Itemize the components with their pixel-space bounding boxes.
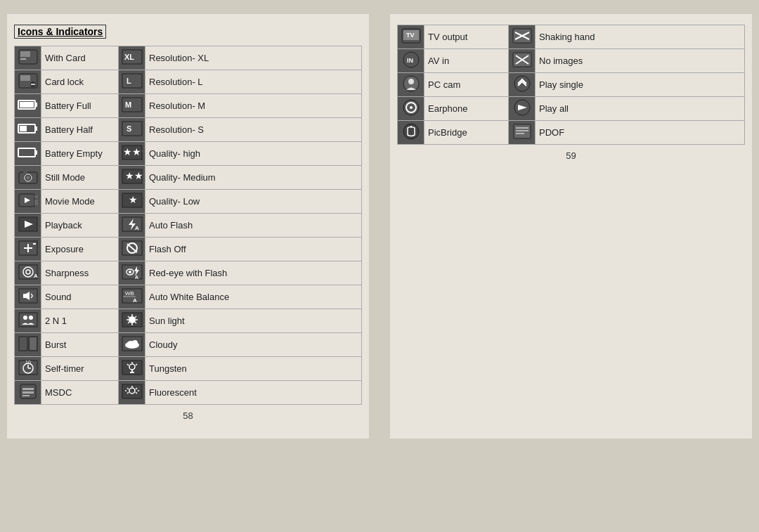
label-cell: Battery Full [41,94,119,118]
icon-cell [119,381,145,405]
svg-text:★★★: ★★★ [123,146,143,157]
icon-cell: S [119,118,145,142]
icon-cell [509,73,536,97]
svg-point-55 [129,271,131,273]
label-cell: Quality- Low [145,190,362,214]
icon-cell [119,333,145,357]
svg-text:S: S [126,124,131,133]
label-cell: Battery Empty [41,142,119,166]
svg-text:10: 10 [25,360,31,365]
svg-rect-2 [20,58,26,60]
svg-text:★: ★ [129,194,138,205]
label-cell: Auto Flash [145,214,362,238]
label-cell: With Card [41,46,119,70]
icon-cell [509,121,536,145]
icon-cell [15,142,41,166]
table-row: Exposure Flash Off [15,238,362,261]
left-page: Icons & Indicators With Card XL Resoluti… [7,14,369,439]
icon-cell: ★★ [119,166,145,190]
page-title: Icons & Indicators [14,25,106,39]
svg-rect-53 [122,265,142,279]
icon-cell: ★ [119,190,145,214]
icon-cell [15,214,41,238]
svg-point-65 [23,316,27,320]
svg-point-26 [26,176,30,180]
label-cell: Sharpness [41,261,119,285]
table-row: 10 Self-timer Tungsten [15,357,362,381]
label-cell: Play single [536,73,745,97]
label-cell: TV output [424,25,509,49]
table-row: Card lock L Resolution- L [15,70,362,94]
label-cell: Red-eye with Flash [145,261,362,285]
label-cell: Burst [41,333,119,357]
icon-cell [509,25,536,49]
table-row: TV TV output Shaking hand [398,25,745,49]
table-row: With Card XL Resolution- XL [15,46,362,70]
svg-rect-8 [122,74,142,88]
svg-rect-79 [30,337,37,350]
svg-text:A: A [34,273,38,279]
icons-table-left: With Card XL Resolution- XL Card lock L … [14,46,362,405]
label-cell: PicBridge [424,121,509,145]
table-row: Sound WBA Auto White Balance [15,285,362,309]
table-row: Movie Mode ★ Quality- Low [15,190,362,214]
right-page: TV TV output Shaking hand IN AV in No im… [390,14,752,439]
label-cell: Resolution- M [145,94,362,118]
label-cell: Resolution- XL [145,46,362,70]
label-cell: Playback [41,214,119,238]
icon-cell [509,97,536,121]
icon-cell [398,121,424,145]
icons-table-right: TV TV output Shaking hand IN AV in No im… [397,25,745,145]
table-row: Battery Empty ★★★ Quality- high [15,142,362,166]
svg-rect-77 [19,337,27,351]
table-row: 2 N 1 Sun light [15,309,362,333]
icon-cell [15,333,41,357]
svg-text:WB: WB [125,290,134,297]
label-cell: Exposure [41,238,119,261]
table-row: MSDC Fluorescent [15,381,362,405]
svg-rect-12 [20,102,34,108]
table-row: PC cam Play single [398,73,745,97]
page-num-left: 58 [14,410,362,421]
icon-cell: ★★★ [119,142,145,166]
table-row: Battery Full M Resolution- M [15,94,362,118]
svg-rect-34 [34,202,38,205]
label-cell: Quality- high [145,142,362,166]
svg-text:★★: ★★ [125,170,143,181]
icon-cell: TV [398,25,424,49]
icon-cell [15,46,41,70]
icon-cell: A [119,214,145,238]
label-cell: Resolution- S [145,118,362,142]
label-cell: MSDC [41,381,119,405]
svg-text:A: A [135,275,138,280]
icon-cell [15,70,41,94]
label-cell: Tungsten [145,357,362,381]
svg-rect-11 [35,103,37,107]
label-cell: Sun light [145,309,362,333]
label-cell: Card lock [41,70,119,94]
label-cell: No images [536,49,745,73]
table-row: IN AV in No images [398,49,745,73]
icon-cell [15,238,41,261]
svg-text:TV: TV [406,32,415,39]
table-row: Still Mode ★★ Quality- Medium [15,166,362,190]
table-row: Earphone Play all [398,97,745,121]
page-container: Icons & Indicators With Card XL Resoluti… [7,14,752,439]
svg-point-122 [514,76,530,91]
svg-rect-98 [22,391,34,394]
icon-cell: WBA [119,285,145,309]
label-cell: PDOF [536,121,745,145]
icon-cell [398,73,424,97]
svg-rect-16 [35,126,37,131]
svg-point-121 [408,79,414,84]
icon-cell: M [119,94,145,118]
table-row: Battery Half S Resolution- S [15,118,362,142]
icon-cell [15,94,41,118]
svg-text:M: M [125,100,131,109]
label-cell: Cloudy [145,333,362,357]
label-cell: Self-timer [41,357,119,381]
label-cell: Resolution- L [145,70,362,94]
label-cell: Auto White Balance [145,285,362,309]
label-cell: Movie Mode [41,190,119,214]
svg-rect-6 [20,75,30,81]
